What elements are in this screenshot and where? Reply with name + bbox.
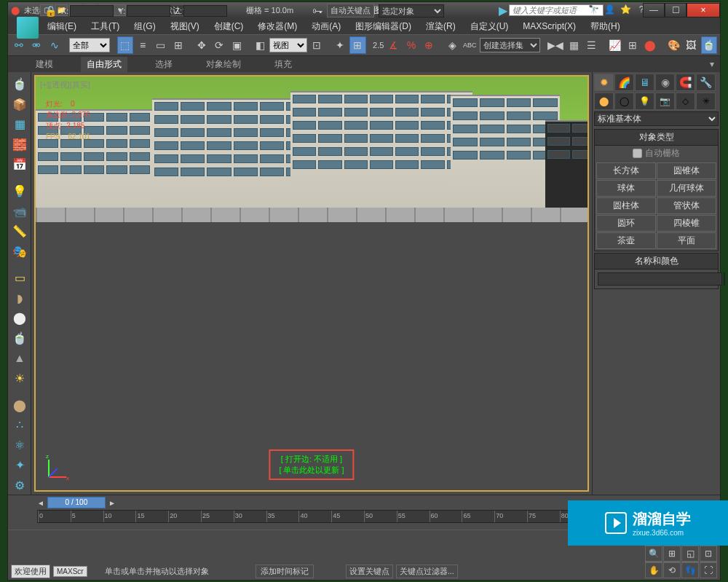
helpers-icon[interactable]: ◇ bbox=[676, 93, 695, 110]
help-signin-icon[interactable]: 👤 bbox=[604, 4, 615, 16]
close-button[interactable]: × bbox=[687, 3, 720, 17]
maximize-button[interactable]: ☐ bbox=[665, 3, 687, 17]
search-play-icon[interactable]: ▶ bbox=[499, 4, 507, 17]
unlink-icon[interactable]: ⚮ bbox=[28, 36, 44, 54]
motion-tab-icon[interactable]: ◉ bbox=[655, 74, 675, 91]
menu-views[interactable]: 视图(V) bbox=[163, 18, 207, 35]
manip-icon[interactable]: ✦ bbox=[332, 36, 348, 54]
tab-selection[interactable]: 选择 bbox=[149, 57, 178, 72]
tab-modeling[interactable]: 建模 bbox=[30, 57, 59, 72]
sphere-beige-icon[interactable]: ⬤ bbox=[9, 396, 30, 414]
orbit-icon[interactable]: ⟲ bbox=[663, 562, 681, 578]
align-icon[interactable]: ▦ bbox=[566, 36, 582, 54]
bind-icon[interactable]: ∿ bbox=[47, 36, 63, 54]
menu-maxscript[interactable]: MAXScript(X) bbox=[515, 19, 583, 34]
link-icon[interactable]: ⚯ bbox=[11, 36, 27, 54]
material-icon[interactable]: ⬤ bbox=[642, 36, 658, 54]
namecolor-header[interactable]: 名称和颜色 bbox=[595, 253, 718, 270]
select-region-icon[interactable]: ▭ bbox=[152, 36, 168, 54]
teapot2-icon[interactable]: 🍵 bbox=[9, 329, 30, 348]
container-icon[interactable]: 📦 bbox=[9, 95, 30, 114]
key-lock-icon[interactable]: 🗝 bbox=[312, 5, 323, 17]
zoom-icon[interactable]: 🔍 bbox=[645, 546, 662, 562]
render-icon[interactable]: 🍵 bbox=[701, 36, 717, 54]
spinner-snap-icon[interactable]: ⊕ bbox=[421, 36, 437, 54]
mirror-icon[interactable]: ▶◀ bbox=[547, 36, 564, 54]
minimize-button[interactable]: — bbox=[643, 3, 665, 17]
obj-cylinder[interactable]: 圆柱体 bbox=[596, 197, 656, 214]
rotate-icon[interactable]: ⟳ bbox=[211, 36, 227, 54]
rec-icon[interactable]: ⬤ bbox=[11, 6, 20, 15]
z-input[interactable] bbox=[183, 5, 227, 17]
pivot-icon[interactable]: ⊡ bbox=[309, 36, 325, 54]
object-name-input[interactable] bbox=[598, 272, 722, 286]
lights-icon[interactable]: 💡 bbox=[635, 93, 654, 110]
zoom-extents-icon[interactable]: ◱ bbox=[681, 546, 699, 562]
obj-teapot[interactable]: 茶壶 bbox=[596, 232, 656, 249]
shapes-icon[interactable]: ◯ bbox=[614, 93, 634, 110]
modify-tab-icon[interactable]: 🌈 bbox=[614, 74, 634, 91]
viewport-label[interactable]: [+][透视][真实] bbox=[40, 79, 90, 90]
obj-sphere[interactable]: 球体 bbox=[596, 180, 656, 197]
maxscript-listener[interactable]: MAXScr bbox=[53, 566, 87, 577]
menu-help[interactable]: 帮助(H) bbox=[583, 18, 628, 35]
help-binoculars-icon[interactable]: 🔭 bbox=[587, 4, 599, 16]
obj-pyramid[interactable]: 四棱锥 bbox=[657, 215, 716, 232]
hierarchy-tab-icon[interactable]: 🖥 bbox=[635, 74, 654, 91]
cameras-icon[interactable]: 📷 bbox=[655, 93, 675, 110]
tab-objectpaint[interactable]: 对象绘制 bbox=[200, 57, 247, 72]
teapot-icon[interactable]: 🍵 bbox=[9, 75, 30, 94]
light-icon[interactable]: 💡 bbox=[9, 182, 30, 201]
menu-grapheditors[interactable]: 图形编辑器(D) bbox=[348, 18, 419, 35]
render-frame-icon[interactable]: 🖼 bbox=[683, 36, 699, 54]
menu-animation[interactable]: 动画(A) bbox=[304, 18, 348, 35]
timeline-next-icon[interactable]: ► bbox=[108, 499, 116, 507]
scale-icon[interactable]: ▣ bbox=[229, 36, 245, 54]
refcoord-select[interactable]: 视图 bbox=[269, 38, 307, 52]
brick-icon[interactable]: ▦ bbox=[9, 115, 30, 134]
named-selection[interactable]: 创建选择集 bbox=[480, 38, 540, 52]
menu-tools[interactable]: 工具(T) bbox=[84, 18, 127, 35]
plane-icon[interactable]: ▭ bbox=[9, 269, 30, 288]
ribbon-expand-icon[interactable]: ▾ bbox=[704, 58, 720, 71]
helper-icon[interactable]: ✦ bbox=[9, 456, 30, 475]
geometry-icon[interactable]: ⬤ bbox=[594, 93, 614, 110]
cone-gray-icon[interactable]: ▲ bbox=[9, 349, 30, 368]
tab-populate[interactable]: 填充 bbox=[269, 57, 298, 72]
obj-torus[interactable]: 圆环 bbox=[596, 215, 656, 232]
group-icon[interactable]: 🎭 bbox=[9, 242, 30, 261]
addtime-button[interactable]: 添加时间标记 bbox=[256, 565, 314, 578]
obj-plane[interactable]: 平面 bbox=[657, 232, 716, 249]
menu-edit[interactable]: 编辑(E) bbox=[40, 18, 84, 35]
render-setup-icon[interactable]: 🎨 bbox=[665, 36, 681, 54]
camera-icon[interactable]: 📹 bbox=[9, 202, 30, 221]
hemisphere-icon[interactable]: ◗ bbox=[9, 289, 30, 308]
move-icon[interactable]: ✥ bbox=[193, 36, 209, 54]
date-icon[interactable]: 📅 bbox=[9, 155, 30, 174]
viewport-perspective[interactable]: [+][透视][真实] 灯光: 0 多边形: 2,076 顶点: 2,185 F… bbox=[34, 75, 589, 492]
editnamedsel-icon[interactable]: ◈ bbox=[444, 36, 460, 54]
obj-geosphere[interactable]: 几何球体 bbox=[657, 180, 716, 197]
create-tab-icon[interactable]: ✹ bbox=[594, 74, 614, 91]
category-select[interactable]: 标准基本体 bbox=[594, 111, 719, 126]
menu-group[interactable]: 组(G) bbox=[127, 18, 162, 35]
setkey-button[interactable]: 设置关键点 bbox=[346, 565, 393, 578]
systems-icon[interactable]: ✳ bbox=[696, 93, 716, 110]
menu-create[interactable]: 创建(C) bbox=[207, 18, 251, 35]
menu-customize[interactable]: 自定义(U) bbox=[463, 18, 516, 35]
keymode-select[interactable]: 选定对象 bbox=[379, 4, 444, 17]
display-tab-icon[interactable]: 🧲 bbox=[676, 74, 695, 91]
pan-icon[interactable]: ✋ bbox=[645, 562, 662, 578]
keyfilter-button[interactable]: 关键点过滤器... bbox=[396, 565, 458, 578]
obj-cone[interactable]: 圆锥体 bbox=[657, 162, 716, 179]
lock-icon[interactable]: 🔒 bbox=[44, 5, 57, 17]
obj-box[interactable]: 长方体 bbox=[596, 162, 656, 179]
app-logo[interactable] bbox=[17, 17, 39, 39]
help-favorite-icon[interactable]: ⭐ bbox=[620, 4, 631, 16]
zoom-all-icon[interactable]: ⊞ bbox=[663, 546, 681, 562]
walk-icon[interactable]: 👣 bbox=[681, 562, 699, 578]
percent-snap-icon[interactable]: % bbox=[403, 36, 419, 54]
x-input[interactable] bbox=[70, 5, 114, 17]
select-name-icon[interactable]: ≡ bbox=[135, 36, 151, 54]
gear-icon[interactable]: ⚙ bbox=[9, 476, 30, 495]
